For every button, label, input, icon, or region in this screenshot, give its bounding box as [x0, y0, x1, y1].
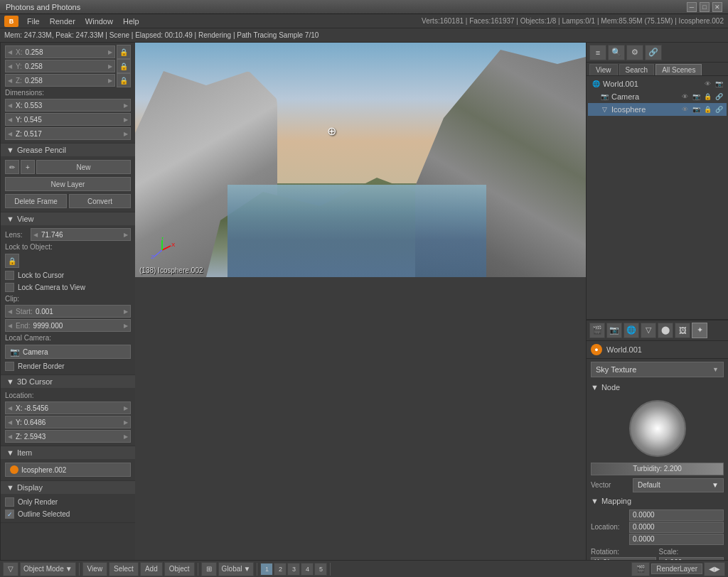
lens-field[interactable]: ◀ 71.746 ▶	[31, 228, 131, 241]
props-scene-icon[interactable]: 🎬	[589, 323, 605, 338]
only-render-checkbox[interactable]	[5, 497, 14, 507]
object-menu-btn[interactable]: Object	[164, 562, 195, 576]
y-lock-icon[interactable]: 🔒	[117, 59, 131, 73]
scale-x-field[interactable]: : 1.000	[659, 557, 724, 561]
node-preview-container	[587, 397, 728, 460]
dim-x-field[interactable]: ◀ X: 0.553 ▶	[5, 99, 131, 112]
x-arrow-right: ▶	[108, 49, 112, 55]
link-btn-icosphere[interactable]: 🔗	[714, 104, 724, 114]
props-render-icon[interactable]: 📷	[606, 323, 622, 338]
x-lock-icon[interactable]: 🔒	[117, 45, 131, 59]
node-section-header[interactable]: ▼ Node	[587, 380, 728, 394]
vector-field[interactable]: Default ▼	[633, 478, 724, 492]
z-lock-icon[interactable]: 🔒	[117, 73, 131, 87]
props-particles-icon[interactable]: ✦	[692, 323, 707, 338]
tab-search[interactable]: Search	[619, 64, 655, 75]
props-world-icon[interactable]: 🌐	[623, 323, 639, 338]
outliner-tool-btn-4[interactable]: 🔗	[645, 45, 662, 60]
menu-help[interactable]: Help	[119, 16, 144, 26]
object-type-btn[interactable]: ▽	[3, 562, 18, 576]
loc-y-field[interactable]: 0.0000	[629, 522, 724, 533]
transform-z-field[interactable]: ◀ Z: 0.258 ▶	[5, 74, 115, 87]
delete-frame-button[interactable]: Delete Frame	[5, 194, 67, 208]
outliner-camera[interactable]: 📷 Camera 👁 📷 🔒 🔗	[588, 90, 727, 103]
status-text: Mem: 247.33M, Peak: 247.33M | Scene | El…	[4, 31, 318, 39]
eye-btn-camera[interactable]: 👁	[680, 92, 690, 102]
gp-plus-icon[interactable]: +	[21, 160, 35, 174]
eye-btn-icosphere[interactable]: 👁	[680, 104, 690, 114]
layer-5-btn[interactable]: 5	[314, 563, 327, 576]
global-select[interactable]: Global ▼	[218, 562, 255, 576]
dim-z-field[interactable]: ◀ Z: 0.517 ▶	[5, 127, 131, 140]
clip-end-field[interactable]: ◀ End: 9999.000 ▶	[5, 319, 131, 332]
props-material-icon[interactable]: ⬤	[658, 323, 673, 338]
item-header[interactable]: ▼ Item	[1, 446, 135, 459]
grease-pencil-header[interactable]: ▼ Grease Pencil	[1, 144, 135, 156]
turbidity-bar[interactable]: Turbidity: 2.200	[591, 463, 724, 475]
lock-cursor-checkbox[interactable]	[5, 271, 14, 280]
cursor-z-field[interactable]: ◀ Z: 2.5943 ▶	[5, 430, 131, 443]
new-layer-button[interactable]: New Layer	[5, 177, 131, 191]
outliner-tool-btn-3[interactable]: ⚙	[626, 45, 643, 60]
gp-pencil-icon[interactable]: ✏	[5, 160, 19, 174]
close-button[interactable]: ✕	[712, 2, 722, 12]
cursor-x-field[interactable]: ◀ X: -8.5456 ▶	[5, 401, 131, 414]
gp-new-button[interactable]: New	[36, 160, 131, 174]
local-camera-field[interactable]: 📷 Camera	[5, 345, 131, 359]
minimize-button[interactable]: ─	[687, 2, 697, 12]
layer-4-btn[interactable]: 4	[301, 563, 314, 576]
item-object-field[interactable]: Icosphere.002	[5, 463, 131, 477]
display-header[interactable]: ▼ Display	[1, 481, 135, 494]
dim-y-field[interactable]: ◀ Y: 0.545 ▶	[5, 113, 131, 126]
maximize-button[interactable]: □	[700, 2, 710, 12]
outliner-tool-btn-1[interactable]: ≡	[589, 45, 606, 60]
transform-orient-btn[interactable]: ⊞	[201, 562, 217, 576]
tab-all-scenes[interactable]: All Scenes	[655, 64, 702, 75]
view-header[interactable]: ▼ View	[1, 212, 135, 225]
mapping-header[interactable]: ▼ Mapping	[587, 494, 728, 508]
render-btn-camera[interactable]: 📷	[691, 92, 701, 102]
render-btn-world[interactable]: 📷	[714, 79, 724, 89]
lock-camera-checkbox[interactable]	[5, 283, 14, 292]
layer-3-btn[interactable]: 3	[287, 563, 300, 576]
outliner-world[interactable]: 🌐 World.001 👁 📷	[588, 77, 727, 90]
menu-file[interactable]: File	[23, 16, 44, 26]
lock-btn-camera[interactable]: 🔒	[702, 92, 712, 102]
cursor-y-field[interactable]: ◀ Y: 0.6486 ▶	[5, 416, 131, 428]
render-btn-icosphere[interactable]: 📷	[691, 104, 701, 114]
lock-btn-icosphere[interactable]: 🔒	[702, 104, 712, 114]
sky-texture-selector[interactable]: Sky Texture ▼	[591, 362, 724, 377]
add-menu-btn[interactable]: Add	[140, 562, 163, 576]
rot-x-field[interactable]: X: 0°	[591, 557, 656, 561]
view-menu-btn[interactable]: View	[82, 562, 108, 576]
outline-selected-checkbox[interactable]: ✓	[5, 509, 14, 519]
outliner-tool-btn-2[interactable]: 🔍	[608, 45, 625, 60]
layer-2-btn[interactable]: 2	[274, 563, 287, 576]
scale-fields: Scale: : 1.000 : 1.000 : 1.000	[659, 548, 724, 561]
loc-z-field[interactable]: 0.0000	[629, 534, 724, 545]
props-object-icon[interactable]: ▽	[641, 323, 656, 338]
render-layer-indicator[interactable]: RenderLayer	[651, 563, 702, 574]
transform-y-field[interactable]: ◀ Y: 0.258 ▶	[5, 60, 115, 72]
link-btn-camera[interactable]: 🔗	[714, 92, 724, 102]
select-menu-btn[interactable]: Select	[109, 562, 139, 576]
mode-select[interactable]: Object Mode ▼	[20, 562, 76, 576]
viewport[interactable]: ⊕ (138) Icosphere.002 X Y Z	[135, 43, 586, 277]
render-layer-icon-btn[interactable]: 🎬	[631, 562, 650, 576]
clip-start-field[interactable]: ◀ Start: 0.001 ▶	[5, 305, 131, 318]
outliner-icosphere[interactable]: ▽ Icosphere 👁 📷 🔒 🔗	[588, 103, 727, 116]
convert-button[interactable]: Convert	[69, 194, 131, 208]
cursor-3d-header[interactable]: ▼ 3D Cursor	[1, 375, 135, 388]
props-texture-icon[interactable]: 🖼	[675, 323, 690, 338]
transform-x-field[interactable]: ◀ X: 0.258 ▶	[5, 45, 115, 58]
layer-1-btn[interactable]: 1	[260, 563, 273, 576]
loc-x-field[interactable]: 0.0000	[629, 509, 724, 521]
menu-window[interactable]: Window	[81, 16, 117, 26]
eye-btn-world[interactable]: 👁	[702, 79, 712, 89]
menu-render[interactable]: Render	[46, 16, 80, 26]
render-border-checkbox[interactable]	[5, 362, 14, 371]
tab-view[interactable]: View	[589, 64, 618, 75]
cursor-3d-section: ▼ 3D Cursor Location: ◀ X: -8.5456 ▶ ◀ Y…	[1, 375, 135, 446]
lock-box-icon[interactable]: 🔒	[5, 254, 19, 268]
timeline-btn[interactable]: ◀▶	[704, 562, 725, 576]
